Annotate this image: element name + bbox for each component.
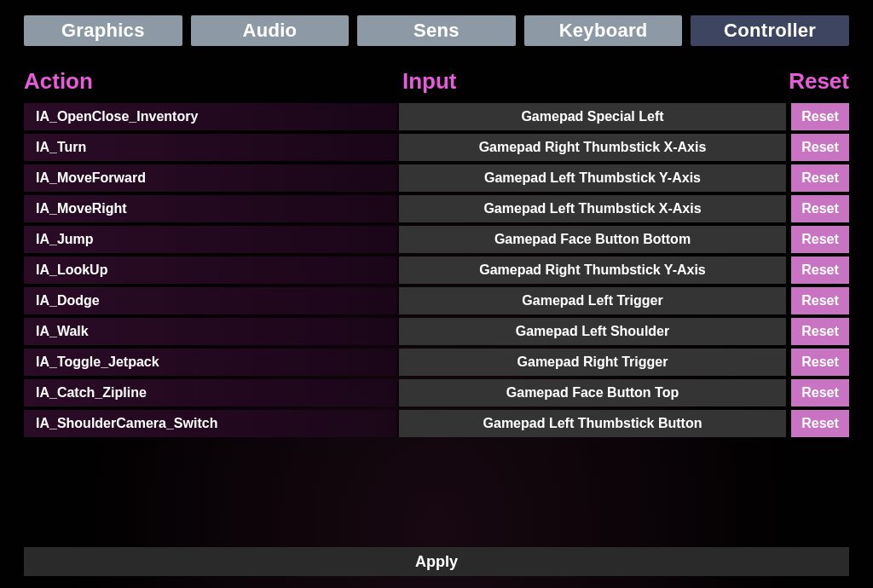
binding-input[interactable]: Gamepad Face Button Bottom <box>399 226 786 253</box>
binding-input[interactable]: Gamepad Face Button Top <box>399 379 786 406</box>
tab-sens[interactable]: Sens <box>357 15 516 46</box>
binding-row: IA_LookUp Gamepad Right Thumbstick Y-Axi… <box>24 257 849 284</box>
binding-row: IA_MoveForward Gamepad Left Thumbstick Y… <box>24 164 849 192</box>
binding-input[interactable]: Gamepad Right Thumbstick Y-Axis <box>399 257 786 284</box>
binding-row: IA_Walk Gamepad Left Shoulder Reset <box>24 318 849 345</box>
binding-input[interactable]: Gamepad Left Thumbstick Button <box>399 410 786 437</box>
tab-graphics[interactable]: Graphics <box>24 15 182 46</box>
binding-row: IA_MoveRight Gamepad Left Thumbstick X-A… <box>24 195 849 222</box>
binding-action: IA_Dodge <box>24 287 399 314</box>
tab-audio[interactable]: Audio <box>191 15 350 46</box>
binding-input[interactable]: Gamepad Left Shoulder <box>399 318 786 345</box>
binding-row: IA_ShoulderCamera_Switch Gamepad Left Th… <box>24 410 849 437</box>
binding-action: IA_Turn <box>24 134 399 161</box>
binding-action: IA_Jump <box>24 226 399 253</box>
binding-input[interactable]: Gamepad Left Trigger <box>399 287 786 314</box>
reset-button[interactable]: Reset <box>791 257 849 284</box>
binding-action: IA_Toggle_Jetpack <box>24 349 399 376</box>
reset-button[interactable]: Reset <box>791 134 849 161</box>
reset-button[interactable]: Reset <box>791 195 849 222</box>
settings-tabs: Graphics Audio Sens Keyboard Controller <box>0 15 873 46</box>
binding-row: IA_Catch_Zipline Gamepad Face Button Top… <box>24 379 849 406</box>
header-input: Input <box>399 68 781 95</box>
reset-button[interactable]: Reset <box>791 103 849 130</box>
reset-button[interactable]: Reset <box>791 410 849 437</box>
binding-row: IA_Jump Gamepad Face Button Bottom Reset <box>24 226 849 253</box>
binding-action: IA_LookUp <box>24 257 399 284</box>
bindings-list: IA_OpenClose_Inventory Gamepad Special L… <box>0 103 873 437</box>
reset-button[interactable]: Reset <box>791 379 849 406</box>
binding-action: IA_OpenClose_Inventory <box>24 103 399 130</box>
apply-button[interactable]: Apply <box>24 547 849 576</box>
binding-row: IA_Dodge Gamepad Left Trigger Reset <box>24 287 849 314</box>
binding-action: IA_MoveForward <box>24 164 399 192</box>
binding-input[interactable]: Gamepad Special Left <box>399 103 786 130</box>
binding-input[interactable]: Gamepad Right Trigger <box>399 349 786 376</box>
binding-action: IA_ShoulderCamera_Switch <box>24 410 399 437</box>
column-headers: Action Input Reset <box>0 46 873 103</box>
header-reset: Reset <box>781 68 849 95</box>
reset-button[interactable]: Reset <box>791 318 849 345</box>
binding-action: IA_Catch_Zipline <box>24 379 399 406</box>
binding-row: IA_Turn Gamepad Right Thumbstick X-Axis … <box>24 134 849 161</box>
reset-button[interactable]: Reset <box>791 287 849 314</box>
binding-input[interactable]: Gamepad Left Thumbstick X-Axis <box>399 195 786 222</box>
tab-keyboard[interactable]: Keyboard <box>524 15 683 46</box>
reset-button[interactable]: Reset <box>791 349 849 376</box>
binding-input[interactable]: Gamepad Left Thumbstick Y-Axis <box>399 164 786 192</box>
reset-button[interactable]: Reset <box>791 226 849 253</box>
tab-controller[interactable]: Controller <box>691 15 849 46</box>
binding-row: IA_OpenClose_Inventory Gamepad Special L… <box>24 103 849 130</box>
binding-action: IA_MoveRight <box>24 195 399 222</box>
binding-row: IA_Toggle_Jetpack Gamepad Right Trigger … <box>24 349 849 376</box>
binding-action: IA_Walk <box>24 318 399 345</box>
reset-button[interactable]: Reset <box>791 164 849 192</box>
binding-input[interactable]: Gamepad Right Thumbstick X-Axis <box>399 134 786 161</box>
header-action: Action <box>24 68 399 95</box>
